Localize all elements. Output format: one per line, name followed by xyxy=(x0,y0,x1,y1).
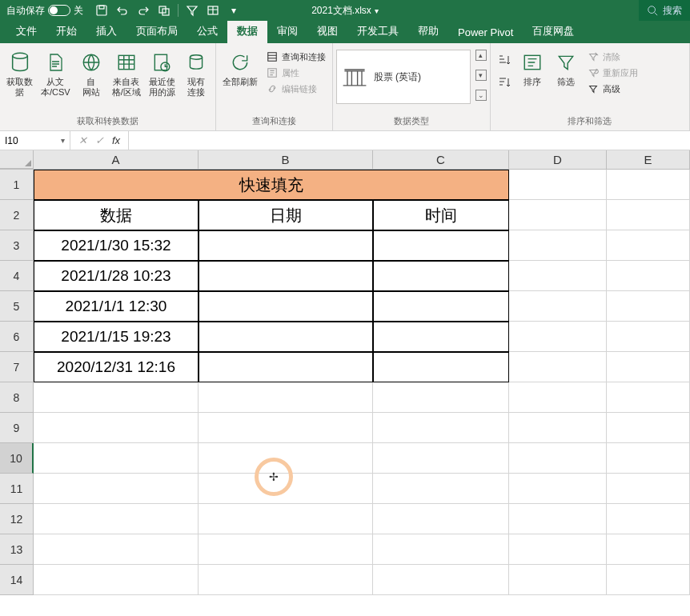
cell[interactable] xyxy=(34,504,199,534)
cell[interactable] xyxy=(373,382,509,413)
queries-connections-button[interactable]: 查询和连接 xyxy=(264,50,327,64)
cell[interactable] xyxy=(509,443,607,474)
cell[interactable] xyxy=(373,413,509,443)
cell[interactable] xyxy=(509,230,607,261)
cell[interactable] xyxy=(607,230,690,261)
table-icon[interactable] xyxy=(206,3,220,18)
cell-a4[interactable]: 2021/1/28 10:23 xyxy=(34,261,199,291)
cell-c2[interactable]: 时间 xyxy=(373,200,509,230)
cell-b7[interactable] xyxy=(199,352,373,382)
tab-help[interactable]: 帮助 xyxy=(408,19,448,43)
tab-power-pivot[interactable]: Power Pivot xyxy=(448,22,523,43)
tab-data[interactable]: 数据 xyxy=(227,19,267,43)
row-header[interactable]: 1 xyxy=(0,170,34,200)
cell[interactable] xyxy=(373,443,509,474)
from-table-button[interactable]: 来自表 格/区域 xyxy=(109,48,144,99)
sort-asc-button[interactable] xyxy=(495,51,513,69)
formula-input[interactable] xyxy=(129,131,690,150)
advanced-filter-button[interactable]: 高级 xyxy=(585,82,640,96)
cell[interactable] xyxy=(509,382,607,413)
col-header-c[interactable]: C xyxy=(373,150,509,169)
stock-data-type[interactable]: 股票 (英语) xyxy=(336,50,471,104)
cell[interactable] xyxy=(34,382,199,413)
cell-b5[interactable] xyxy=(199,291,373,322)
refresh-all-button[interactable]: 全部刷新 xyxy=(219,48,261,89)
tab-file[interactable]: 文件 xyxy=(6,19,46,43)
row-header[interactable]: 14 xyxy=(0,565,34,595)
cell[interactable] xyxy=(509,504,607,534)
tab-home[interactable]: 开始 xyxy=(46,19,86,43)
cell[interactable] xyxy=(509,474,607,504)
tab-view[interactable]: 视图 xyxy=(307,19,347,43)
row-header[interactable]: 9 xyxy=(0,413,34,443)
cell[interactable] xyxy=(34,565,199,595)
save-icon[interactable] xyxy=(94,3,109,18)
cell-b6[interactable] xyxy=(199,322,373,352)
col-header-a[interactable]: A xyxy=(34,150,199,169)
row-header[interactable]: 12 xyxy=(0,504,34,534)
document-title[interactable]: 2021文档.xlsx ▾ xyxy=(311,4,379,18)
cell[interactable] xyxy=(509,565,607,595)
cell[interactable] xyxy=(34,534,199,565)
cell[interactable] xyxy=(199,474,373,504)
gallery-more-icon[interactable]: ⌄ xyxy=(475,90,487,101)
cell[interactable] xyxy=(34,413,199,443)
cell[interactable] xyxy=(607,504,690,534)
recent-sources-button[interactable]: 最近使 用的源 xyxy=(146,48,179,99)
gallery-down-icon[interactable]: ▾ xyxy=(475,70,487,81)
cell[interactable] xyxy=(34,474,199,504)
cell[interactable] xyxy=(607,352,690,382)
row-header[interactable]: 2 xyxy=(0,200,34,230)
cell-b2[interactable]: 日期 xyxy=(199,200,373,230)
cell-c4[interactable] xyxy=(373,261,509,291)
cell[interactable] xyxy=(34,443,199,474)
row-header[interactable]: 6 xyxy=(0,322,34,352)
autosave-toggle[interactable]: 自动保存 关 xyxy=(0,4,90,18)
gallery-up-icon[interactable]: ▴ xyxy=(475,50,487,61)
select-all-corner[interactable] xyxy=(0,150,34,169)
cell-a5[interactable]: 2021/1/1 12:30 xyxy=(34,291,199,322)
search-box[interactable]: 搜索 xyxy=(639,0,690,21)
cell-c3[interactable] xyxy=(373,230,509,261)
cell[interactable] xyxy=(199,504,373,534)
cell[interactable] xyxy=(607,443,690,474)
row-header[interactable]: 4 xyxy=(0,261,34,291)
cell[interactable] xyxy=(607,534,690,565)
cell-a6[interactable]: 2021/1/15 19:23 xyxy=(34,322,199,352)
row-header[interactable]: 13 xyxy=(0,534,34,565)
tab-insert[interactable]: 插入 xyxy=(86,19,126,43)
row-header[interactable]: 5 xyxy=(0,291,34,322)
cell-b4[interactable] xyxy=(199,261,373,291)
tab-page-layout[interactable]: 页面布局 xyxy=(126,19,187,43)
cell[interactable] xyxy=(373,565,509,595)
row-header[interactable]: 8 xyxy=(0,382,34,413)
cell[interactable] xyxy=(373,474,509,504)
qat-misc-icon[interactable] xyxy=(157,3,171,18)
cell[interactable] xyxy=(607,565,690,595)
cell[interactable] xyxy=(607,322,690,352)
cell[interactable] xyxy=(509,200,607,230)
cell[interactable] xyxy=(607,200,690,230)
col-header-b[interactable]: B xyxy=(199,150,373,169)
cell-a7[interactable]: 2020/12/31 12:16 xyxy=(34,352,199,382)
row-header[interactable]: 10 xyxy=(0,443,34,474)
cell[interactable] xyxy=(199,565,373,595)
tab-review[interactable]: 审阅 xyxy=(267,19,307,43)
tab-developer[interactable]: 开发工具 xyxy=(347,19,408,43)
cell[interactable] xyxy=(607,170,690,200)
undo-icon[interactable] xyxy=(115,3,130,18)
row-header[interactable]: 11 xyxy=(0,474,34,504)
cell[interactable] xyxy=(607,261,690,291)
cell[interactable] xyxy=(199,443,373,474)
cell[interactable] xyxy=(607,291,690,322)
fx-icon[interactable]: fx xyxy=(112,134,120,146)
row-header[interactable]: 3 xyxy=(0,230,34,261)
row-header[interactable]: 7 xyxy=(0,352,34,382)
from-web-button[interactable]: 自 网站 xyxy=(75,48,107,99)
chevron-down-icon[interactable]: ▾ xyxy=(61,136,65,145)
cell[interactable] xyxy=(607,474,690,504)
get-data-button[interactable]: 获取数 据 xyxy=(3,48,36,99)
qat-customize-icon[interactable]: ▾ xyxy=(227,3,241,18)
filter-button[interactable]: 筛选 xyxy=(550,48,582,89)
cell[interactable] xyxy=(509,413,607,443)
